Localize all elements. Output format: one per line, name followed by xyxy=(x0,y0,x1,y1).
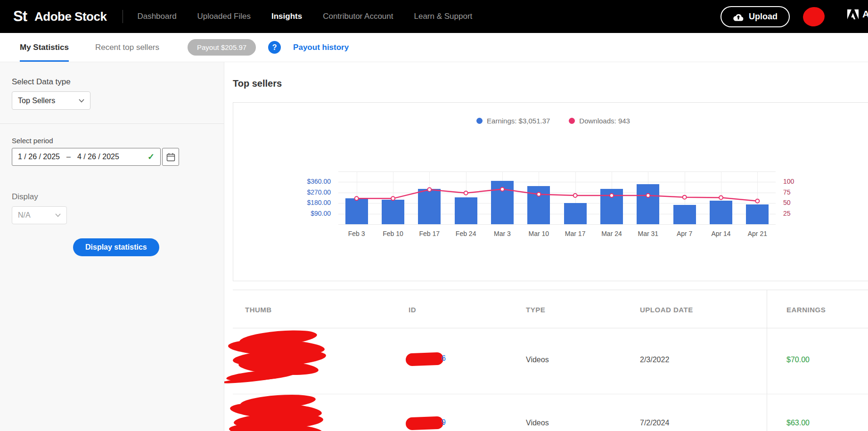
x-axis-label: Feb 17 xyxy=(410,230,448,237)
asset-id-link[interactable]: 9 xyxy=(442,418,446,427)
id-redaction xyxy=(406,416,444,431)
nav-uploaded-files[interactable]: Uploaded Files xyxy=(197,12,251,21)
y-axis-label-left: $360.00 xyxy=(282,178,331,185)
x-axis-label: Apr 7 xyxy=(666,230,704,237)
header-right: Upload xyxy=(721,6,825,27)
payout-history-link[interactable]: Payout history xyxy=(293,43,349,52)
chevron-down-icon xyxy=(79,99,84,103)
chart-card: Earnings: $3,051.37 Downloads: 943 $360.… xyxy=(233,102,868,281)
thumbnail-redaction xyxy=(229,395,323,431)
x-axis-label: Apr 21 xyxy=(738,230,776,237)
calendar-icon xyxy=(166,153,175,162)
x-axis-label: Mar 31 xyxy=(629,230,667,237)
y-axis-label-right: 50 xyxy=(783,199,791,206)
main-content: Top sellers Earnings: $3,051.37 Download… xyxy=(224,62,868,431)
id-cell: 9 xyxy=(409,417,475,430)
period-controls: 1 / 26 / 2025 – 4 / 26 / 2025 ✓ xyxy=(12,148,179,166)
payout-badge: Payout $205.97 xyxy=(188,39,256,56)
period-end: 4 / 26 / 2025 xyxy=(77,153,119,161)
period-separator: – xyxy=(66,153,71,161)
x-axis-label: Mar 3 xyxy=(483,230,521,237)
chevron-down-icon xyxy=(55,213,61,217)
page-title: Top sellers xyxy=(233,78,282,89)
tab-recent-top-sellers[interactable]: Recent top sellers xyxy=(95,33,159,62)
y-axis-label-left: $270.00 xyxy=(282,188,331,196)
table-row[interactable]: 6 Videos 2/3/2022 $70.00 xyxy=(233,328,868,394)
calendar-button[interactable] xyxy=(162,148,179,166)
y-axis-label-right: 75 xyxy=(783,188,791,196)
upload-label: Upload xyxy=(749,12,778,22)
x-axis-label: Mar 10 xyxy=(520,230,557,237)
statistics-tabbar: My Statistics Recent top sellers Payout … xyxy=(0,33,868,62)
x-axis-label: Feb 3 xyxy=(338,230,376,237)
adobe-partial-text: Ad xyxy=(862,8,868,20)
sidebar-divider xyxy=(0,123,224,124)
upload-button[interactable]: Upload xyxy=(721,6,790,27)
id-cell: 6 xyxy=(409,353,475,366)
x-axis-label: Mar 24 xyxy=(593,230,631,237)
y-axis-label-right: 25 xyxy=(783,210,791,217)
period-label: Select period xyxy=(12,137,53,145)
y-axis-label-right: 100 xyxy=(783,178,794,185)
earnings-cell: $70.00 xyxy=(786,356,810,364)
data-type-select[interactable]: Top Sellers xyxy=(12,91,90,110)
asset-id-link[interactable]: 6 xyxy=(442,354,446,363)
adobe-corner-mark: Ad xyxy=(847,8,868,20)
id-redaction xyxy=(406,352,444,366)
downloads-line xyxy=(338,171,776,224)
display-select[interactable]: N/A xyxy=(12,206,67,224)
avatar-redaction[interactable] xyxy=(802,5,826,27)
stock-logo[interactable]: St xyxy=(13,8,27,25)
gridline-horizontal xyxy=(338,224,776,225)
top-sellers-table: THUMB ID TYPE UPLOAD DATE EARNINGS xyxy=(233,290,868,431)
tab-my-statistics[interactable]: My Statistics xyxy=(20,33,69,62)
type-cell: Videos xyxy=(526,356,549,364)
y-axis-label-left: $90.00 xyxy=(282,210,331,217)
thumbnail-redaction xyxy=(225,330,329,386)
nav-insights[interactable]: Insights xyxy=(271,12,302,21)
header-thumb: THUMB xyxy=(245,306,272,314)
x-axis-label: Feb 10 xyxy=(374,230,412,237)
display-label: Display xyxy=(12,192,38,202)
header-id: ID xyxy=(409,306,416,314)
date-range-input[interactable]: 1 / 26 / 2025 – 4 / 26 / 2025 ✓ xyxy=(12,148,161,166)
adobe-logo-icon xyxy=(847,9,859,19)
upload-cloud-icon xyxy=(733,12,744,21)
x-axis-label: Mar 17 xyxy=(557,230,594,237)
help-icon[interactable]: ? xyxy=(268,41,281,54)
upload-date-cell: 2/3/2022 xyxy=(640,356,669,364)
upload-date-cell: 7/2/2024 xyxy=(640,419,669,427)
table-row[interactable]: 9 Videos 7/2/2024 $63.00 xyxy=(233,394,868,431)
check-icon: ✓ xyxy=(147,152,155,162)
adobe-stock-contributor-page: St Adobe Stock Dashboard Uploaded Files … xyxy=(0,0,868,431)
data-type-value: Top Sellers xyxy=(18,97,55,105)
nav-learn-support[interactable]: Learn & Support xyxy=(414,12,472,21)
type-cell: Videos xyxy=(526,419,549,427)
combo-chart: $360.00$270.00$180.00$90.00100755025Feb … xyxy=(233,103,868,281)
y-axis-label-left: $180.00 xyxy=(282,199,331,206)
brand-title[interactable]: Adobe Stock xyxy=(34,9,106,24)
header-upload-date: UPLOAD DATE xyxy=(640,306,693,314)
data-type-label: Select Data type xyxy=(12,77,71,87)
period-start: 1 / 26 / 2025 xyxy=(18,153,60,161)
top-header: St Adobe Stock Dashboard Uploaded Files … xyxy=(0,0,868,33)
table-header-row: THUMB ID TYPE UPLOAD DATE EARNINGS xyxy=(233,290,868,328)
header-divider xyxy=(123,10,123,23)
main-nav: Dashboard Uploaded Files Insights Contri… xyxy=(137,12,472,21)
nav-dashboard[interactable]: Dashboard xyxy=(137,12,176,21)
filters-sidebar: Select Data type Top Sellers Select peri… xyxy=(0,62,224,431)
display-value: N/A xyxy=(18,211,31,220)
nav-contributor-account[interactable]: Contributor Account xyxy=(323,12,393,21)
header-earnings: EARNINGS xyxy=(786,306,826,314)
x-axis-label: Apr 14 xyxy=(702,230,740,237)
display-statistics-button[interactable]: Display statistics xyxy=(73,238,159,256)
earnings-cell: $63.00 xyxy=(786,419,810,427)
header-type: TYPE xyxy=(526,306,545,314)
x-axis-label: Feb 24 xyxy=(447,230,485,237)
